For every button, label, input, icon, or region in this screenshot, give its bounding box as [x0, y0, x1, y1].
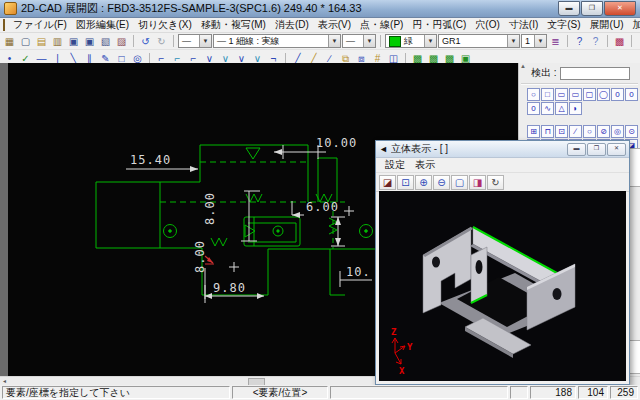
- menu-item[interactable]: 図形編集(E): [72, 18, 133, 32]
- menu-item[interactable]: 穴(O): [471, 18, 503, 32]
- viewer-title: 立体表示 - [ ]: [391, 142, 564, 156]
- minimize-button[interactable]: ▬: [558, 1, 580, 16]
- line-style-dropdown[interactable]: ―▼: [342, 34, 376, 48]
- line-style-value: ―: [346, 36, 355, 46]
- chevron-down-icon: ▼: [507, 35, 519, 47]
- viewer-close-button[interactable]: ✕: [607, 143, 626, 156]
- new-window-icon[interactable]: ▯: [636, 34, 640, 48]
- line-width-dropdown[interactable]: ―▼: [178, 34, 212, 48]
- hole-wave-icon[interactable]: ∿: [541, 102, 554, 115]
- new-sheet-icon[interactable]: ▦: [2, 34, 17, 48]
- line-width-value: ―: [182, 36, 191, 46]
- open-file-icon[interactable]: ▤: [34, 34, 49, 48]
- status-count: 259: [610, 386, 638, 399]
- dim-8-00-a: 8.00: [203, 192, 217, 225]
- document-icon[interactable]: [3, 19, 5, 31]
- dim-10-partial: 10.: [346, 265, 371, 279]
- hole-square-icon[interactable]: □: [541, 88, 554, 101]
- menu-item[interactable]: 寸法(I): [505, 18, 542, 32]
- capture-icon[interactable]: ◨: [469, 175, 486, 190]
- rotate-view-icon[interactable]: ↻: [487, 175, 504, 190]
- tool-bead-icon[interactable]: ⊙: [625, 125, 638, 138]
- tool-dimple-icon[interactable]: ◎: [611, 125, 624, 138]
- fit-view-icon[interactable]: ▢: [451, 175, 468, 190]
- hole-slot-v-icon[interactable]: 0: [527, 102, 540, 115]
- menu-item[interactable]: 消去(D): [271, 18, 313, 32]
- hole-dshape-icon[interactable]: ◗: [569, 102, 582, 115]
- menu-item[interactable]: 文字(S): [543, 18, 584, 32]
- close-button[interactable]: ✕: [604, 1, 636, 16]
- zoom-in-icon[interactable]: ⊕: [415, 175, 432, 190]
- separator: [631, 35, 632, 47]
- pen-color-dropdown[interactable]: 緑▼: [385, 34, 437, 48]
- scale-dropdown[interactable]: 1▼: [521, 34, 547, 48]
- dim-6-00: 6.00: [306, 200, 339, 214]
- status-empty-cell: [510, 386, 528, 399]
- hole-rect-icon[interactable]: ▭: [569, 88, 582, 101]
- tool-circle-cut-icon[interactable]: ○: [583, 125, 596, 138]
- shaded-view-icon[interactable]: ◪: [379, 175, 396, 190]
- viewer-maximize-button[interactable]: ❐: [587, 143, 606, 156]
- menu-item[interactable]: 加工前(K): [628, 18, 640, 32]
- zoom-window-icon[interactable]: ⊡: [397, 175, 414, 190]
- new-document-icon[interactable]: ▢: [18, 34, 33, 48]
- zoom-out-icon[interactable]: ⊖: [433, 175, 450, 190]
- scroll-left-arrow-icon[interactable]: ◄: [0, 377, 9, 385]
- viewer-canvas-3d[interactable]: Z Y X: [379, 191, 626, 381]
- chevron-down-icon: ▼: [199, 35, 211, 47]
- menu-item[interactable]: ファイル(F): [9, 18, 71, 32]
- layer-settings-icon[interactable]: ≣: [548, 34, 563, 48]
- group-dropdown[interactable]: GR1▼: [438, 34, 520, 48]
- separator: [567, 35, 568, 47]
- save-as-icon[interactable]: ▣: [82, 34, 97, 48]
- detect-label: 検出 :: [531, 66, 557, 80]
- line-type-dropdown[interactable]: ― 1 細線 : 実線▼: [213, 34, 341, 48]
- solid-view-window[interactable]: ◄ 立体表示 - [ ] ▬❐✕ 設定表示 ◪⊡⊕⊖▢◨↻: [375, 140, 630, 385]
- title-bar: 2D-CAD 展開図 : FBD3-3512FS-SAMPLE-3(SPC1.6…: [0, 0, 640, 18]
- viewer-menu-item[interactable]: 表示: [411, 158, 439, 172]
- tool-oval-cut-icon[interactable]: ⊘: [597, 125, 610, 138]
- separator: [607, 35, 608, 47]
- hole-triangle-icon[interactable]: △: [555, 102, 568, 115]
- undo-icon[interactable]: ↺: [138, 34, 153, 48]
- hole-rounded-rect-icon[interactable]: ▢: [583, 88, 596, 101]
- hole-circle-icon[interactable]: ○: [527, 88, 540, 101]
- restore-button[interactable]: ❐: [581, 1, 603, 16]
- menu-item[interactable]: 表示(V): [314, 18, 355, 32]
- menu-item[interactable]: 円・円弧(C): [408, 18, 470, 32]
- open-folder-icon[interactable]: ▥: [50, 34, 65, 48]
- separator: [133, 35, 134, 47]
- tool-emboss-icon[interactable]: ⊡: [555, 125, 568, 138]
- viewer-menu-item[interactable]: 設定: [381, 158, 409, 172]
- tool-louver-icon[interactable]: ⊞: [527, 125, 540, 138]
- hole-obround-v-icon[interactable]: 0: [611, 88, 624, 101]
- hole-shape-grid: ○□▭▭▢◯000∿△◗: [527, 88, 640, 115]
- separator: [173, 35, 174, 47]
- menu-item[interactable]: 展開(U): [586, 18, 628, 32]
- detect-input[interactable]: [560, 67, 630, 80]
- viewer-title-bar[interactable]: ◄ 立体表示 - [ ] ▬❐✕: [376, 141, 629, 158]
- hole-obround-h-icon[interactable]: ▭: [555, 88, 568, 101]
- tool-bridge-icon[interactable]: ⊓: [541, 125, 554, 138]
- status-spacer: [330, 386, 508, 399]
- app-icon: [4, 2, 17, 15]
- menu-item[interactable]: 移動・複写(M): [197, 18, 270, 32]
- chevron-down-icon: ▼: [534, 35, 546, 47]
- viewer-minimize-button[interactable]: ▬: [567, 143, 586, 156]
- save-icon[interactable]: ▣: [66, 34, 81, 48]
- menu-item[interactable]: 点・線(P): [356, 18, 407, 32]
- redo-icon[interactable]: ↻: [154, 34, 169, 48]
- menu-item[interactable]: 切り欠き(X): [134, 18, 196, 32]
- document-settings-icon[interactable]: ▧: [98, 34, 113, 48]
- hole-circle2-icon[interactable]: ◯: [597, 88, 610, 101]
- separator: [380, 35, 381, 47]
- help-point-icon[interactable]: ?: [588, 34, 603, 48]
- panel-scroll-arrow[interactable]: ▲: [520, 63, 526, 69]
- help-element-icon[interactable]: ?: [572, 34, 587, 48]
- tool-slit-icon[interactable]: ∕: [569, 125, 582, 138]
- chevron-down-icon: ▼: [424, 35, 436, 47]
- delete-drawing-icon[interactable]: ▨: [114, 34, 129, 48]
- hole-oval-v-icon[interactable]: 0: [625, 88, 638, 101]
- screen-capture-icon[interactable]: ▩: [612, 34, 627, 48]
- status-coordinate-x: 188: [530, 386, 576, 399]
